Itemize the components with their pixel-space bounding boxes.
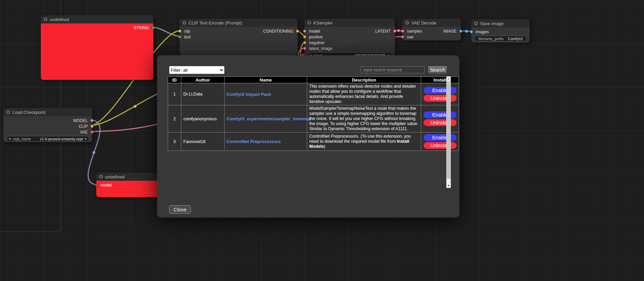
column-header-install: Install xyxy=(421,77,459,83)
wire xyxy=(151,27,181,36)
node-title-text: undefined xyxy=(50,17,69,22)
port-label: latent_image xyxy=(309,46,332,51)
VAE-output-port[interactable] xyxy=(90,130,94,134)
collapse-dot-icon[interactable] xyxy=(474,22,478,25)
scrollbar-up-arrow-icon[interactable]: ▲ xyxy=(446,76,451,81)
negative-input-port[interactable] xyxy=(303,41,306,44)
collapse-dot-icon[interactable] xyxy=(406,21,409,24)
port-label: MODEL xyxy=(73,118,88,123)
MODEL-output-port[interactable] xyxy=(90,119,94,122)
node-vae-decode[interactable]: VAE DecodesamplesIMAGEvae xyxy=(402,19,461,40)
column-header-description: Description xyxy=(307,77,421,83)
port-label: images xyxy=(476,30,489,34)
vae-input-port[interactable] xyxy=(401,35,404,38)
wire-midpoint-dot xyxy=(93,151,95,154)
images-input-port[interactable] xyxy=(470,30,473,33)
filename_prefix-widget[interactable]: filename_prefixComfyUI xyxy=(474,36,527,41)
enable-button[interactable]: Enable xyxy=(424,87,457,94)
extension-link[interactable]: ComfyUI Impact Pack xyxy=(227,92,271,97)
description-text: ModelSamplerTonemapNoiseTest a node that… xyxy=(309,106,418,131)
install-cell: EnableUninstall xyxy=(421,83,459,105)
port-label: STRING xyxy=(134,25,149,30)
collapse-dot-icon[interactable] xyxy=(183,21,186,24)
CLIP-output-port[interactable] xyxy=(90,125,94,128)
extension-link[interactable]: ComfyUI_experiments/sampler_tonemap xyxy=(227,116,311,121)
model-input-port[interactable] xyxy=(303,30,306,33)
node-ksampler[interactable]: KSamplermodelLATENTpositivenegativelaten… xyxy=(304,19,395,57)
description-text: This extension offers various detector n… xyxy=(309,84,416,104)
enable-button[interactable]: Enable xyxy=(424,134,457,141)
uninstall-button[interactable]: Uninstall xyxy=(424,119,457,126)
extension-table: IDAuthorNameDescriptionInstall 1Dr.Lt.Da… xyxy=(168,76,459,151)
node-title-text: Load Checkpoint xyxy=(12,110,46,115)
node-body: STRING xyxy=(41,23,153,80)
manager-extension-dialog: Filter: all Search IDAuthorNameDescripti… xyxy=(157,55,459,217)
port-row: CLIP xyxy=(3,123,92,129)
port-row: clipCONDITIONING xyxy=(180,28,298,34)
install-cell: EnableUninstall xyxy=(421,133,459,151)
port-row: VAE xyxy=(3,129,92,135)
collapse-dot-icon[interactable] xyxy=(44,18,47,21)
enable-button[interactable]: Enable xyxy=(424,111,457,118)
node-title-bar: undefined xyxy=(41,15,153,23)
latent_image-input-port[interactable] xyxy=(303,47,306,50)
node-clip-text-encode[interactable]: CLIP Text Encode (Prompt)clipCONDITIONIN… xyxy=(180,19,298,55)
install-cell: EnableUninstall xyxy=(421,105,459,133)
CONDITIONING-output-port[interactable] xyxy=(296,30,299,33)
samples-input-port[interactable] xyxy=(401,30,404,33)
node-title-bar: Load Checkpoint xyxy=(3,108,92,116)
filter-select[interactable]: Filter: all xyxy=(169,66,225,74)
node-load-checkpoint[interactable]: Load CheckpointMODELCLIPVAE◀ckpt_namev1-… xyxy=(3,108,92,142)
table-scrollbar[interactable]: ▲ ▼ xyxy=(446,76,451,188)
collapse-dot-icon[interactable] xyxy=(308,21,311,24)
search-button[interactable]: Search xyxy=(428,66,447,74)
node-title-text: undefined xyxy=(105,174,125,179)
node-graph-canvas[interactable]: undefinedSTRINGCLIP Text Encode (Prompt)… xyxy=(0,0,644,281)
extension-table-zone: IDAuthorNameDescriptionInstall 1Dr.Lt.Da… xyxy=(168,76,451,188)
collapse-dot-icon[interactable] xyxy=(99,175,103,178)
id-cell: 2 xyxy=(168,105,181,133)
port-label: LATENT xyxy=(375,29,391,34)
node-body: clipCONDITIONINGtext xyxy=(180,27,298,55)
node-undefined-top[interactable]: undefinedSTRING xyxy=(41,15,153,80)
LATENT-output-port[interactable] xyxy=(393,30,396,33)
scrollbar-down-arrow-icon[interactable]: ▼ xyxy=(446,183,451,188)
node-title-bar: undefined xyxy=(96,173,160,181)
uninstall-button[interactable]: Uninstall xyxy=(424,142,457,149)
scrollbar-thumb[interactable] xyxy=(447,81,450,179)
widget-right-arrow-icon[interactable]: ▶ xyxy=(85,137,87,140)
extension-link[interactable]: ControlNet Preprocessors xyxy=(227,139,281,144)
positive-input-port[interactable] xyxy=(303,35,306,38)
search-input[interactable] xyxy=(361,66,425,73)
port-label: CONDITIONING xyxy=(263,29,293,34)
model-input-port[interactable] xyxy=(95,183,98,187)
IMAGE-output-port[interactable] xyxy=(459,30,462,33)
table-row: 1Dr.Lt.DataComfyUI Impact PackThis exten… xyxy=(168,83,459,105)
widget-left-arrow-icon[interactable]: ◀ xyxy=(9,137,11,140)
id-cell: 1 xyxy=(168,83,181,105)
description-cell: This extension offers various detector n… xyxy=(307,83,421,105)
node-title-bar: Save Image xyxy=(471,19,530,28)
port-label: vae xyxy=(407,35,413,39)
port-label: text xyxy=(184,35,191,39)
close-button[interactable]: Close xyxy=(169,205,191,214)
node-body: modelLATENTpositivenegativelatent_image◀… xyxy=(304,27,395,57)
STRING-output-port[interactable] xyxy=(152,26,155,29)
wire-midpoint-dot xyxy=(134,105,136,108)
node-title-bar: KSampler xyxy=(304,19,395,27)
node-title-text: CLIP Text Encode (Prompt) xyxy=(188,20,242,25)
uninstall-button[interactable]: Uninstall xyxy=(424,95,457,102)
node-undefined-bottom[interactable]: undefinedmodel xyxy=(96,173,160,197)
node-title-text: KSampler xyxy=(313,20,333,25)
canvas-axis-horizontal xyxy=(0,231,61,232)
ckpt_name-widget[interactable]: ◀ckpt_namev1-5-pruned-emaonly.ckpt▶ xyxy=(6,136,89,142)
port-row: negative xyxy=(304,40,395,46)
node-save-image[interactable]: Save Imageimagesfilename_prefixComfyUI xyxy=(471,19,530,42)
description-cell: ControlNet Preprocessors. (To use this e… xyxy=(307,133,421,151)
collapse-dot-icon[interactable] xyxy=(6,110,10,114)
name-cell: ComfyUI Impact Pack xyxy=(225,83,307,105)
text-input-port[interactable] xyxy=(178,35,181,38)
node-body: imagesfilename_prefixComfyUI xyxy=(471,28,530,42)
port-row: STRING xyxy=(41,25,153,31)
clip-input-port[interactable] xyxy=(178,30,181,33)
